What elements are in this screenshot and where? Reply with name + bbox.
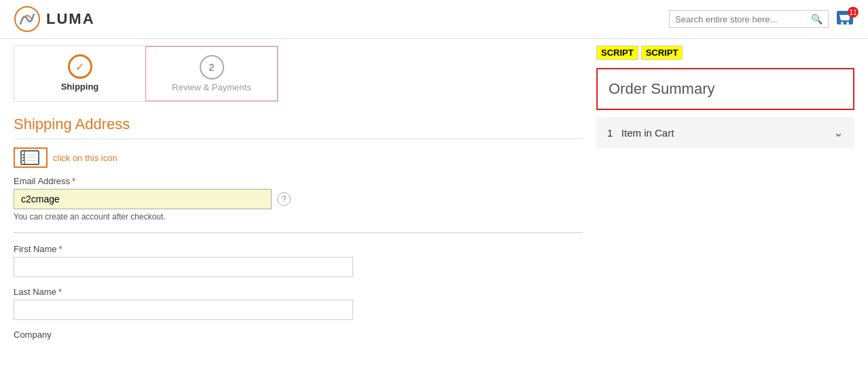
step-2-label: Review & Payments [172, 82, 251, 92]
logo-area: LUMA [14, 5, 95, 33]
step-1-label: Shipping [61, 82, 99, 92]
cart-count-text: 1 Item in Cart [607, 127, 674, 139]
last-name-label: Last Name * [14, 287, 583, 297]
right-panel: SCRIPT SCRIPT Order Summary 1 Item in Ca… [596, 46, 854, 349]
email-label: Email Address * [14, 176, 583, 186]
main-content: ✓ Shipping 2 Review & Payments Shipping … [0, 39, 868, 356]
header: LUMA 🔍 11 [0, 0, 868, 39]
address-book-icon [20, 150, 41, 165]
step-review-payments[interactable]: 2 Review & Payments [146, 46, 278, 101]
shipping-address-title: Shipping Address [14, 116, 583, 139]
script-badge-1: SCRIPT [596, 46, 638, 60]
step-1-circle: ✓ [68, 54, 92, 79]
first-name-label: First Name * [14, 244, 583, 254]
company-label: Company [14, 330, 583, 340]
email-input[interactable] [14, 189, 272, 209]
search-box: 🔍 [669, 10, 829, 28]
logo-text: LUMA [46, 10, 95, 28]
search-button[interactable]: 🔍 [811, 14, 822, 24]
search-input[interactable] [675, 14, 811, 24]
script-badge-2: SCRIPT [641, 46, 683, 60]
svg-point-2 [841, 22, 844, 24]
cart-num: 1 [607, 127, 613, 139]
steps-container: ✓ Shipping 2 Review & Payments [14, 46, 278, 102]
cart-button[interactable]: 11 [835, 10, 854, 29]
email-input-wrap: ? [14, 189, 583, 209]
order-summary-title: Order Summary [609, 80, 842, 98]
address-book-icon-button[interactable] [14, 147, 48, 168]
company-group: Company [14, 330, 583, 340]
last-name-input[interactable] [14, 300, 353, 320]
email-field-group: Email Address * ? You can create an acco… [14, 176, 583, 221]
step-2-circle: 2 [200, 55, 224, 79]
help-icon[interactable]: ? [277, 192, 291, 206]
cart-text: Item in Cart [621, 127, 674, 139]
last-name-group: Last Name * [14, 287, 583, 320]
first-name-group: First Name * [14, 244, 583, 277]
email-required-star: * [72, 176, 75, 186]
first-name-input[interactable] [14, 257, 353, 277]
divider-1 [14, 232, 583, 233]
step-shipping[interactable]: ✓ Shipping [14, 46, 146, 101]
first-name-required-star: * [59, 244, 62, 254]
svg-point-3 [846, 22, 849, 24]
header-right: 🔍 11 [669, 10, 854, 29]
cart-icon-wrap: 11 [835, 10, 854, 29]
left-panel: ✓ Shipping 2 Review & Payments Shipping … [14, 46, 583, 349]
cart-badge: 11 [848, 7, 858, 18]
order-summary-box: Order Summary [596, 68, 854, 110]
script-badges: SCRIPT SCRIPT [596, 46, 854, 60]
last-name-required-star: * [58, 287, 62, 297]
order-summary-outer: 1 Item in Cart ⌄ [596, 117, 854, 148]
cart-summary-row: 1 Item in Cart ⌄ [607, 125, 844, 140]
icon-toolbar: click on this icon [14, 147, 583, 168]
luma-logo-icon [14, 5, 41, 33]
click-label: click on this icon [53, 153, 117, 163]
account-hint: You can create an account after checkout… [14, 212, 583, 221]
cart-expand-chevron[interactable]: ⌄ [833, 125, 844, 140]
